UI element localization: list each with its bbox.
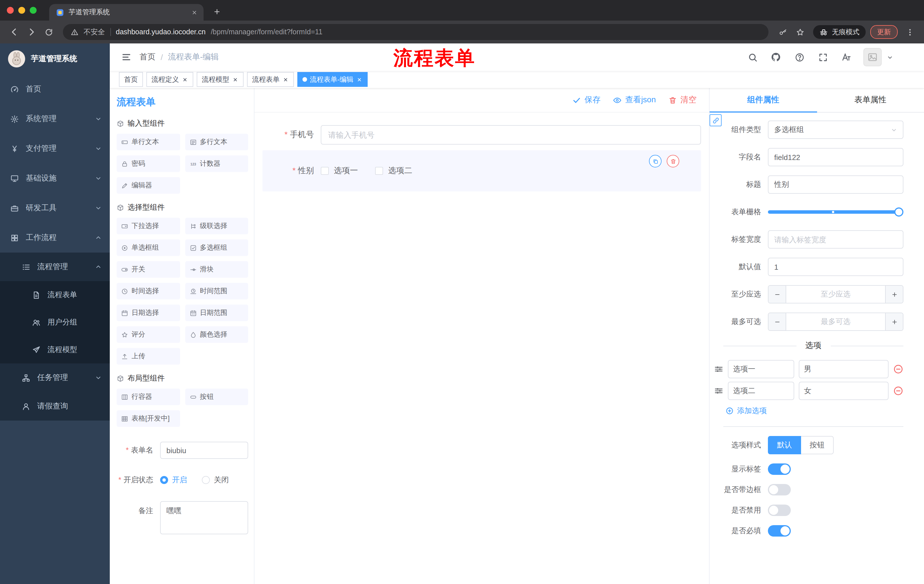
address-bar[interactable]: 不安全 dashboard.yudao.iocoder.cn /bpm/mana…	[63, 24, 769, 40]
stepper-increase-button[interactable]	[885, 286, 903, 303]
palette-item-dropdown[interactable]: 下拉选择	[117, 218, 180, 234]
stepper-decrease-button[interactable]	[769, 286, 786, 303]
palette-item-radio-group[interactable]: 单选框组	[117, 239, 180, 256]
search-icon[interactable]	[746, 51, 759, 63]
forward-button[interactable]	[23, 23, 40, 41]
doc-link-button[interactable]	[710, 114, 722, 126]
slider-handle[interactable]	[894, 207, 903, 217]
checkbox-box[interactable]	[321, 167, 329, 175]
tag-close-icon[interactable]	[182, 76, 188, 82]
palette-item-switch[interactable]: 开关	[117, 261, 180, 278]
component-type-select[interactable]: 多选框组	[768, 120, 903, 139]
palette-item-time-range[interactable]: 时间范围	[185, 283, 248, 299]
tag-home[interactable]: 首页	[119, 72, 143, 87]
sidebar-item-leave-query[interactable]: 请假查询	[0, 392, 110, 421]
chrome-update-button[interactable]: 更新	[870, 25, 898, 39]
label-width-input[interactable]	[768, 230, 903, 248]
phone-input[interactable]	[321, 125, 701, 145]
sidebar-item-system[interactable]: 系统管理	[0, 104, 110, 134]
palette-item-table-dev[interactable]: 表格[开发中]	[117, 410, 180, 427]
palette-item-row-container[interactable]: 行容器	[117, 388, 180, 405]
canvas-field-gender[interactable]: 性别 选项一 选项二	[262, 150, 701, 191]
tag-close-icon[interactable]	[356, 76, 363, 82]
sidebar-item-process-model[interactable]: 流程模型	[0, 336, 110, 364]
tag-close-icon[interactable]	[282, 76, 289, 82]
tab-form-props[interactable]: 表单属性	[817, 88, 924, 112]
palette-item-cascader[interactable]: 级联选择	[185, 218, 248, 234]
sidebar-item-infrastructure[interactable]: 基础设施	[0, 163, 110, 193]
clear-button[interactable]: 清空	[668, 95, 696, 105]
github-icon[interactable]	[770, 51, 782, 63]
palette-item-color-picker[interactable]: 颜色选择	[185, 326, 248, 343]
help-icon[interactable]	[793, 51, 806, 63]
copy-field-button[interactable]	[649, 155, 662, 168]
canvas-field-phone[interactable]: 手机号	[262, 125, 701, 145]
border-switch[interactable]	[768, 484, 791, 495]
palette-item-single-line-text[interactable]: 单行文本	[117, 134, 180, 150]
drag-handle-icon[interactable]	[714, 365, 723, 374]
palette-item-password[interactable]: 密码	[117, 155, 180, 172]
disabled-switch[interactable]	[768, 505, 791, 516]
browser-menu-icon[interactable]	[901, 23, 918, 41]
user-avatar[interactable]	[863, 48, 882, 66]
palette-item-multi-line-text[interactable]: 多行文本	[185, 134, 248, 150]
form-remark-textarea[interactable]	[160, 501, 248, 534]
grid-slider[interactable]	[768, 203, 903, 221]
slider-track[interactable]	[768, 210, 899, 214]
max-select-value[interactable]: 最多可选	[786, 313, 885, 330]
status-radio-off[interactable]: 关闭	[202, 475, 229, 485]
reload-button[interactable]	[40, 23, 57, 41]
avatar-caret-icon[interactable]	[887, 54, 893, 60]
save-button[interactable]: 保存	[573, 95, 601, 105]
drag-handle-icon[interactable]	[714, 386, 723, 395]
default-value-input[interactable]	[768, 258, 903, 276]
field-name-input[interactable]	[768, 148, 903, 166]
stepper-increase-button[interactable]	[885, 313, 903, 330]
sidebar-item-process-management[interactable]: 流程管理	[0, 253, 110, 281]
palette-item-upload[interactable]: 上传	[117, 348, 180, 365]
form-name-input[interactable]	[160, 442, 248, 459]
breadcrumb-home[interactable]: 首页	[140, 52, 155, 62]
bookmark-star-icon[interactable]	[791, 23, 808, 41]
gender-option-2[interactable]: 选项二	[375, 166, 412, 176]
palette-item-button[interactable]: 按钮	[185, 388, 248, 405]
remove-option-icon[interactable]	[893, 386, 903, 396]
style-default-button[interactable]: 默认	[768, 436, 801, 454]
browser-tab[interactable]: 芋道管理系统	[49, 4, 203, 21]
delete-field-button[interactable]	[667, 155, 679, 168]
tag-process-form[interactable]: 流程表单	[247, 72, 294, 87]
palette-item-time-picker[interactable]: 时间选择	[117, 283, 180, 299]
tag-process-model[interactable]: 流程模型	[197, 72, 244, 87]
sidebar-item-process-form[interactable]: 流程表单	[0, 281, 110, 309]
view-json-button[interactable]: 查看json	[613, 95, 656, 105]
sidebar-item-home[interactable]: 首页	[0, 74, 110, 104]
sidebar-item-payment[interactable]: 支付管理	[0, 134, 110, 163]
tab-close-icon[interactable]	[190, 8, 199, 17]
sidebar-item-task-management[interactable]: 任务管理	[0, 364, 110, 392]
window-close-button[interactable]	[7, 7, 14, 14]
palette-item-checkbox-group[interactable]: 多选框组	[185, 239, 248, 256]
back-button[interactable]	[6, 23, 23, 41]
title-input[interactable]	[768, 175, 903, 194]
sidebar-item-devtools[interactable]: 研发工具	[0, 193, 110, 223]
palette-item-slider[interactable]: 滑块	[185, 261, 248, 278]
palette-item-date-picker[interactable]: 日期选择	[117, 304, 180, 321]
palette-item-date-range[interactable]: 日期范围	[185, 304, 248, 321]
checkbox-box[interactable]	[375, 167, 383, 175]
sidebar-toggle-icon[interactable]	[110, 52, 140, 62]
password-key-icon[interactable]	[774, 23, 791, 41]
window-zoom-button[interactable]	[30, 7, 36, 14]
tag-process-form-edit[interactable]: 流程表单-编辑	[297, 72, 368, 87]
palette-item-editor[interactable]: 编辑器	[117, 177, 180, 194]
fullscreen-icon[interactable]	[817, 51, 829, 63]
required-switch[interactable]	[768, 525, 791, 536]
remove-option-icon[interactable]	[893, 364, 903, 374]
tag-process-definition[interactable]: 流程定义	[146, 72, 193, 87]
gender-option-1[interactable]: 选项一	[321, 166, 358, 176]
option-1-label-input[interactable]	[728, 360, 794, 378]
option-1-value-input[interactable]	[799, 360, 889, 378]
min-select-value[interactable]: 至少应选	[786, 286, 885, 303]
tab-component-props[interactable]: 组件属性	[710, 88, 817, 112]
status-radio-on[interactable]: 开启	[160, 475, 187, 485]
font-size-icon[interactable]	[840, 51, 853, 63]
